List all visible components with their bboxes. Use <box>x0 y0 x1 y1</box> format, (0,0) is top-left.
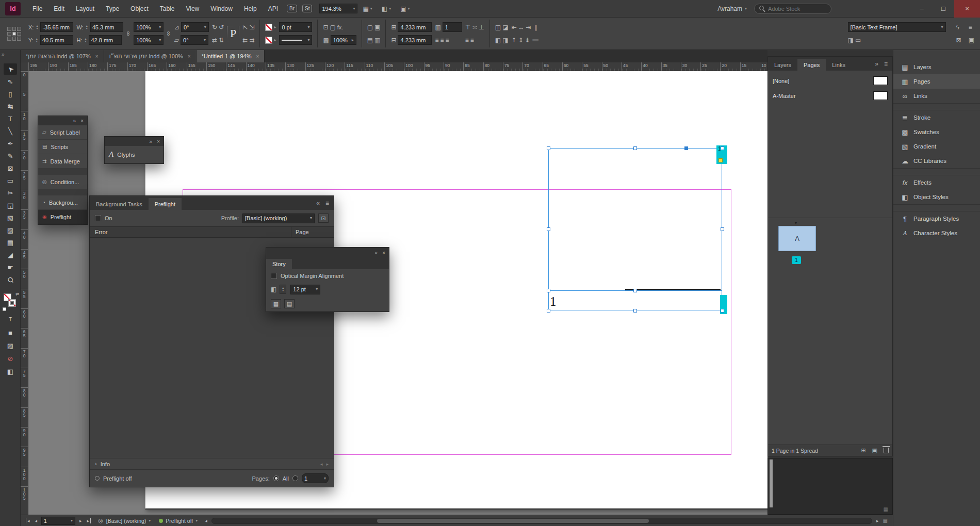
eyedropper-tool[interactable]: ◢ <box>4 249 17 260</box>
tab-preflight[interactable]: Preflight <box>149 198 182 210</box>
prev-error-icon[interactable]: ◂ <box>320 462 323 467</box>
valign-bottom-icon[interactable]: ⊥ <box>479 24 484 30</box>
ruler-corner[interactable] <box>21 62 28 71</box>
type-tool[interactable]: T <box>4 113 17 124</box>
fill-color-swatch[interactable] <box>265 37 272 44</box>
select-content-icon[interactable]: ⇲ <box>249 24 254 30</box>
panel-button-conditional-text[interactable]: ◎Condition... <box>38 175 87 189</box>
constrain-scale-icon[interactable]: ∞ <box>166 31 172 36</box>
page-1-thumbnail[interactable]: A <box>778 226 816 251</box>
document-tab[interactable]: *הוראות יומן.indd @ 107% × <box>21 50 104 62</box>
rotate-ccw-icon[interactable]: ↺ <box>219 24 224 30</box>
quick-apply-icon[interactable]: ϟ <box>956 24 959 30</box>
menu-item[interactable]: Type <box>100 0 125 18</box>
pencil-tool[interactable]: ✎ <box>4 150 17 161</box>
optical-margin-checkbox[interactable] <box>271 273 277 279</box>
dock-item-gradient[interactable]: ▧Gradient <box>893 139 980 154</box>
preflight-menu-icon[interactable]: ◎ <box>98 518 103 523</box>
preflight-profile-dropdown[interactable]: [Basic] (working) ▾ <box>106 518 151 524</box>
master-row-none[interactable]: [None] <box>768 73 892 88</box>
flip-horizontal-icon[interactable]: ⇄ <box>212 37 217 43</box>
valign-center-icon[interactable]: ≍ <box>472 24 477 30</box>
pages-range-radio[interactable] <box>292 475 298 481</box>
hand-tool[interactable]: ☛ <box>4 261 17 273</box>
panel-button-background-tasks[interactable]: ◔Backgrou... <box>38 195 87 210</box>
spread-arrow-icon[interactable]: ▼ <box>794 221 798 225</box>
close-icon[interactable]: × <box>80 118 84 124</box>
close-icon[interactable]: × <box>188 54 191 59</box>
minimize-button[interactable]: – <box>911 0 933 18</box>
fill-frame-icon[interactable]: ◨ <box>502 37 508 43</box>
view-options-icon[interactable]: ▦ <box>363 6 368 12</box>
panel-button-script-label[interactable]: ▱Script Label <box>38 125 87 140</box>
selection-tool[interactable]: ➤ <box>4 63 17 75</box>
close-button[interactable]: × <box>954 0 980 18</box>
corner-options-icon[interactable]: ⊡ <box>323 24 328 30</box>
tab-pages[interactable]: Pages <box>797 59 826 71</box>
new-page-icon[interactable]: ▣ <box>872 448 877 453</box>
panel-button-scripts[interactable]: ▤Scripts <box>38 140 87 154</box>
scale-y-dropdown[interactable]: 100%▾ <box>134 35 164 45</box>
direct-selection-tool[interactable]: ⇖ <box>4 76 17 87</box>
justify-all-icon[interactable]: ≡ <box>470 37 474 43</box>
stroke-color-swatch[interactable] <box>265 24 272 31</box>
opacity-dropdown[interactable]: 100%▸ <box>331 35 356 45</box>
user-menu[interactable]: Avraham ▾ <box>717 5 747 12</box>
dock-item-layers[interactable]: ▤Layers <box>893 60 980 74</box>
pen-tool[interactable]: ✒ <box>4 138 17 149</box>
gradient-feather-tool[interactable]: ▨ <box>4 224 17 236</box>
document-tab[interactable]: יומן שבועי תש״ו.indd @ 100% × <box>104 50 197 62</box>
embed-profile-button[interactable]: ⊡ <box>318 213 329 223</box>
document-tab-active[interactable]: *Untitled-1 @ 194% × <box>197 50 265 62</box>
next-page-button[interactable]: ▸ <box>78 518 83 523</box>
align-right-icon[interactable]: ⇥ <box>526 24 531 30</box>
page-1-number-badge[interactable]: 1 <box>792 256 801 264</box>
wrap-jump-icon[interactable]: ▤ <box>367 37 373 43</box>
next-error-icon[interactable]: ▸ <box>326 462 329 467</box>
menu-item[interactable]: Table <box>154 0 181 18</box>
y-stepper[interactable]: ▴▾ <box>36 38 38 43</box>
wrap-around-icon[interactable]: ▣ <box>374 24 380 30</box>
distribute-h-icon[interactable]: ∥ <box>534 24 537 30</box>
inner-edge-handle-left[interactable] <box>547 289 550 292</box>
align-bottom-icon[interactable]: ⇟ <box>525 37 530 43</box>
scroll-left-button[interactable]: ◂ <box>204 518 208 523</box>
screen-mode-button[interactable]: ◧ <box>4 366 17 377</box>
pages-range-dropdown[interactable]: 1 ▾ <box>302 473 329 483</box>
collapse-panel-icon[interactable]: » <box>73 118 76 124</box>
distribute-v-icon[interactable]: ∥ <box>533 39 539 42</box>
master-page-thumbnail[interactable] <box>873 76 888 85</box>
dock-item-links[interactable]: ∞Links <box>893 89 980 103</box>
menu-item[interactable]: Object <box>125 0 154 18</box>
panel-button-data-merge[interactable]: ⇉Data Merge <box>38 154 87 169</box>
story-frame-grid-button[interactable]: ▦ <box>271 299 281 308</box>
frame-handle-bottom-right[interactable] <box>721 309 724 313</box>
note-tool[interactable]: ▤ <box>4 237 17 248</box>
scale-x-dropdown[interactable]: 100%▾ <box>134 22 164 32</box>
frame-handle-bottom-center[interactable] <box>633 309 637 313</box>
glyphs-panel-button[interactable]: A Glyphs <box>105 146 164 163</box>
dock-item-paragraph-styles[interactable]: ¶Paragraph Styles <box>893 211 980 226</box>
scrollbar-thumb[interactable] <box>377 519 649 523</box>
stock-button[interactable]: St <box>302 5 312 12</box>
align-paragraph-center-icon[interactable]: ≡ <box>440 37 444 43</box>
scroll-right-button[interactable]: ▸ <box>875 518 880 523</box>
bridge-button[interactable]: Br <box>287 5 297 12</box>
scissors-tool[interactable]: ✂ <box>4 187 17 199</box>
x-field[interactable] <box>40 22 73 32</box>
frame-handle-bottom-left[interactable] <box>547 309 550 313</box>
pages-all-radio[interactable] <box>273 475 279 481</box>
h-field[interactable] <box>89 35 122 45</box>
master-row-a-master[interactable]: A-Master <box>768 88 892 103</box>
chevron-down-icon[interactable]: ▾ <box>389 7 391 11</box>
dock-item-effects[interactable]: fxEffects <box>893 175 980 190</box>
free-transform-tool[interactable]: ◱ <box>4 200 17 211</box>
object-style-dropdown[interactable]: [Basic Text Frame]▾ <box>848 22 946 32</box>
select-container-icon[interactable]: ⇱ <box>242 24 248 30</box>
apply-color-button[interactable]: ■ <box>4 327 17 338</box>
horizontal-scrollbar[interactable] <box>211 518 872 524</box>
text-out-port[interactable] <box>684 146 688 150</box>
inset-field[interactable]: 4.233 mm <box>398 35 432 45</box>
screen-mode-icon[interactable]: ◧ <box>382 6 387 12</box>
collapse-panel-icon[interactable]: « <box>316 200 320 207</box>
